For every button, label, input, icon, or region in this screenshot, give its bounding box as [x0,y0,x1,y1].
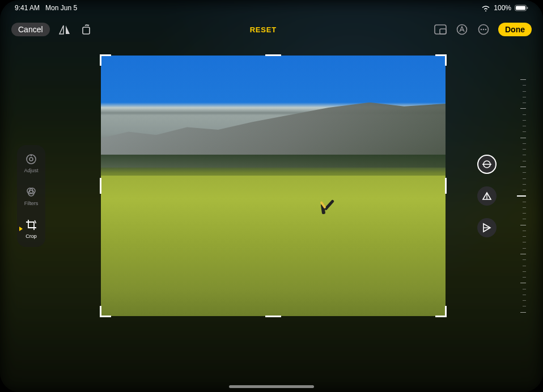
battery-percent: 100% [494,4,511,12]
crop-icon [25,219,37,231]
dial-tick [523,91,526,92]
dial-tick [523,190,526,190]
home-indicator[interactable] [229,385,314,388]
filters-icon [25,186,37,198]
dial-tick [523,277,526,278]
dial-tick [523,131,526,132]
dial-tick [520,312,526,313]
done-button[interactable]: Done [498,23,532,36]
cancel-button[interactable]: Cancel [11,23,50,36]
svg-rect-2 [527,7,528,9]
status-date: Mon Jun 5 [45,4,77,12]
reset-button[interactable]: RESET [250,25,277,34]
crop-canvas[interactable] [101,56,446,316]
svg-point-8 [481,29,482,31]
photo-preview [101,56,446,316]
straighten-dial[interactable] [509,79,526,313]
dial-tick [523,103,526,103]
dial-indicator [517,195,526,197]
adjust-label: Adjust [24,168,38,173]
svg-point-12 [29,157,33,161]
straighten-vertical-button[interactable] [477,186,497,206]
adjust-icon [25,153,37,165]
crop-mode-button[interactable]: Crop [25,219,37,239]
edit-mode-sidebar: Adjust Filters Crop [17,145,45,247]
straighten-horizontal-button[interactable] [477,218,497,237]
dial-tick [523,85,526,86]
battery-icon [515,5,528,11]
markup-button[interactable] [455,23,469,36]
dial-tick [523,178,526,179]
dial-tick [523,236,526,237]
dial-tick [523,295,526,295]
dial-tick [520,225,526,225]
svg-point-13 [31,155,32,156]
svg-rect-1 [516,6,525,10]
dial-tick [523,120,526,121]
active-mode-indicator [19,227,23,231]
dial-tick [523,97,526,97]
dial-tick [523,126,526,126]
dial-tick [523,271,526,272]
svg-point-9 [483,29,485,31]
dial-tick [523,155,526,155]
dial-tick [520,167,526,167]
dial-tick [523,184,526,185]
dial-tick [520,138,526,138]
wifi-icon [481,5,490,11]
dial-tick [523,289,526,289]
status-time: 9:41 AM [15,4,40,12]
dial-tick [523,219,526,219]
photo-subject [315,196,330,223]
dial-tick [523,242,526,242]
crop-label: Crop [26,233,37,239]
dial-tick [520,108,526,109]
dial-tick [523,213,526,214]
svg-rect-3 [83,27,90,34]
flip-horizontal-button[interactable] [58,23,71,36]
dial-tick [523,300,526,301]
dial-tick [523,248,526,249]
rotate-button[interactable] [79,23,93,36]
dial-tick [523,161,526,161]
dial-tick [523,306,526,306]
more-button[interactable] [477,23,490,36]
dial-tick [523,266,526,266]
edit-toolbar: Cancel RESET Done [0,19,543,40]
filters-label: Filters [24,201,39,206]
ipad-device-frame: 9:41 AM Mon Jun 5 100% Cancel RESET [0,0,543,392]
svg-rect-5 [440,29,446,34]
straighten-controls [477,155,497,237]
dial-tick [523,149,526,150]
dial-tick [523,259,526,260]
dial-tick [523,207,526,208]
dial-tick [520,283,526,283]
dial-tick [523,114,526,115]
dial-tick [523,172,526,173]
aspect-ratio-button[interactable] [434,23,447,36]
dial-tick [523,202,526,202]
svg-point-10 [485,29,487,31]
adjust-mode-button[interactable]: Adjust [24,153,38,173]
dial-tick [523,143,526,144]
straighten-level-button[interactable] [477,155,497,174]
dial-tick [520,79,526,80]
dial-tick [520,254,526,254]
status-bar: 9:41 AM Mon Jun 5 100% [0,0,543,16]
filters-mode-button[interactable]: Filters [24,186,39,206]
dial-tick [523,231,526,231]
